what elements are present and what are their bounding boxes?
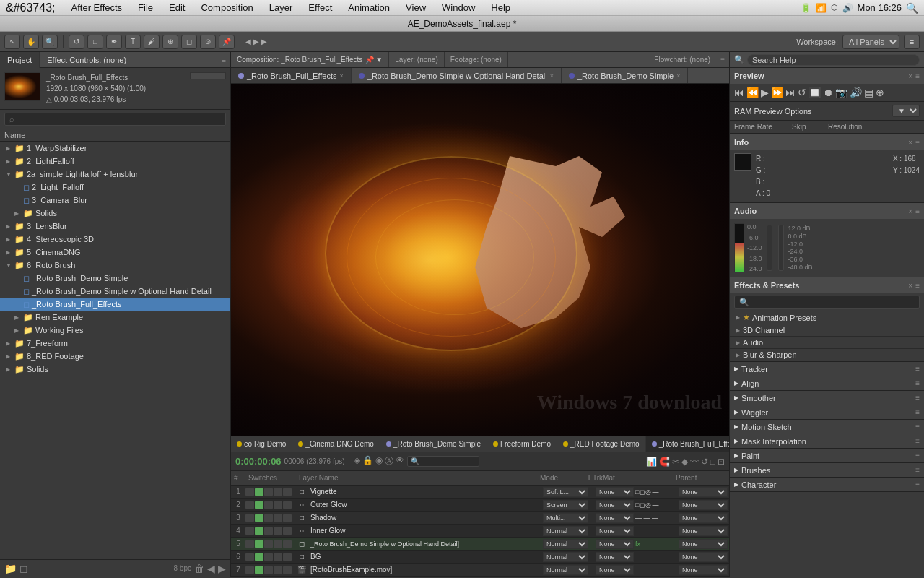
lr-mode-select[interactable]: Screen bbox=[543, 500, 588, 510]
effects-search-input[interactable] bbox=[734, 296, 920, 309]
lr-sw-3[interactable] bbox=[264, 514, 273, 522]
menu-layer[interactable]: Layer bbox=[266, 1, 296, 14]
new-comp-btn[interactable]: ◻ bbox=[19, 563, 28, 574]
lr-3d-sw[interactable]: □ bbox=[635, 488, 639, 496]
tl-tab-eorigdemo[interactable]: eo Rig Demo bbox=[231, 436, 292, 452]
prev-audio-btn[interactable]: 🔊 bbox=[850, 87, 862, 98]
lr-parent-select[interactable]: None bbox=[679, 565, 728, 575]
tree-item-lensblur[interactable]: ▶ 📁 3_LensBlur bbox=[0, 220, 230, 233]
lr-sw-3[interactable] bbox=[264, 527, 273, 535]
lr-mode-select[interactable]: Normal bbox=[543, 552, 588, 562]
audio-menu[interactable]: ≡ bbox=[915, 207, 920, 215]
maskinterp-header[interactable]: ▶ Mask Interpolation ≡ bbox=[730, 434, 924, 449]
tree-item-2asimple[interactable]: ▼ 📁 2a_simple Lightfalloff + lensblur bbox=[0, 168, 230, 181]
lr-trkmat-select[interactable]: None bbox=[596, 526, 634, 536]
info-close[interactable]: × bbox=[908, 139, 912, 147]
lr-sw-4[interactable] bbox=[274, 540, 282, 548]
prev-overlay-btn[interactable]: ⊕ bbox=[876, 87, 884, 98]
info-header[interactable]: Info × ≡ bbox=[730, 134, 924, 150]
wiggler-menu[interactable]: ≡ bbox=[915, 408, 920, 416]
lr-trkmat-select[interactable]: None bbox=[596, 500, 634, 510]
scroll-left[interactable]: ◀ bbox=[207, 563, 215, 574]
paint-menu[interactable]: ≡ bbox=[915, 452, 920, 460]
lr-parent-select[interactable]: None bbox=[679, 526, 728, 536]
tl-ae-btn[interactable]: Ⓐ bbox=[385, 455, 393, 467]
tl-motion-btn[interactable]: 〰 bbox=[690, 457, 699, 467]
tl-tab-cinemadng[interactable]: _Cinema DNG Demo bbox=[292, 436, 380, 452]
lr-sw-a[interactable]: □ bbox=[635, 501, 639, 509]
lr-motion-sw[interactable]: ◻ bbox=[640, 488, 645, 496]
preview-header[interactable]: Preview × ≡ bbox=[730, 68, 924, 84]
comp-panel-menu[interactable]: ≡ bbox=[716, 52, 729, 67]
lr-sw-1[interactable] bbox=[245, 540, 254, 548]
smoother-header[interactable]: ▶ Smoother ≡ bbox=[730, 391, 924, 405]
tl-loop-btn[interactable]: ↺ bbox=[701, 457, 708, 467]
ram-preview-select[interactable]: ▼ bbox=[892, 105, 920, 117]
toolbar-select-tool[interactable]: ↖ bbox=[4, 35, 20, 49]
menu-composition[interactable]: Composition bbox=[198, 1, 256, 14]
lr-sw-4[interactable] bbox=[274, 566, 282, 574]
spotlight-icon[interactable]: 🔍 bbox=[906, 2, 918, 14]
lr-sw-3[interactable] bbox=[264, 566, 273, 574]
lr-trkmat-select[interactable]: None bbox=[596, 539, 634, 549]
tl-snap-btn[interactable]: 🧲 bbox=[659, 457, 670, 467]
lr-sw-5[interactable] bbox=[283, 527, 292, 535]
tl-tab-rotosimple[interactable]: _Roto Brush_Demo Simple bbox=[380, 436, 487, 452]
tree-item-rotofull[interactable]: ◻ _Roto Brush_Full_Effects bbox=[0, 298, 230, 311]
tl-solo-btn[interactable]: ◈ bbox=[354, 455, 360, 467]
brushes-menu[interactable]: ≡ bbox=[915, 466, 920, 474]
tl-tab-rotofull[interactable]: _Roto Brush_Full_Effects bbox=[646, 436, 729, 452]
align-header[interactable]: ▶ Align ≡ bbox=[730, 376, 924, 391]
prev-last-btn[interactable]: ⏭ bbox=[785, 87, 796, 98]
tl-tab-red[interactable]: _RED Footage Demo bbox=[557, 436, 646, 452]
toolbar-shape-tool[interactable]: □ bbox=[87, 35, 103, 49]
audio-close[interactable]: × bbox=[908, 207, 912, 215]
lr-parent-select[interactable]: None bbox=[679, 500, 728, 510]
lr-mode-select[interactable]: Normal bbox=[543, 526, 588, 536]
prev-back-btn[interactable]: ⏪ bbox=[746, 87, 759, 98]
menu-view[interactable]: View bbox=[403, 1, 429, 14]
comp-tab-close[interactable]: × bbox=[340, 72, 344, 79]
comp-tab-close[interactable]: × bbox=[676, 72, 680, 79]
toolbar-hand-tool[interactable]: ✋ bbox=[23, 35, 39, 49]
prev-record-btn[interactable]: ⏺ bbox=[823, 87, 833, 98]
tl-trim-btn[interactable]: ✂ bbox=[672, 457, 679, 467]
scroll-right[interactable]: ▶ bbox=[218, 563, 226, 574]
lr-audio-sw[interactable] bbox=[264, 488, 273, 496]
lr-sw-5[interactable] bbox=[283, 553, 292, 561]
delete-btn[interactable]: 🗑 bbox=[194, 563, 204, 574]
lr-sw-1[interactable] bbox=[245, 566, 254, 574]
preview-panel-close[interactable]: × bbox=[908, 72, 912, 80]
tracker-header[interactable]: ▶ Tracker ≡ bbox=[730, 362, 924, 376]
tree-item-cinemadng[interactable]: ▶ 📁 5_CinemaDNG bbox=[0, 246, 230, 259]
tree-item-rotobrush[interactable]: ▼ 📁 6_Roto Brush bbox=[0, 259, 230, 272]
lr-lock-sw[interactable] bbox=[283, 488, 292, 496]
menu-effect[interactable]: Effect bbox=[305, 1, 335, 14]
lr-sw-b[interactable]: ◻ bbox=[640, 501, 645, 509]
tl-lock-btn[interactable]: 🔒 bbox=[362, 455, 373, 467]
tree-item-rotosimple[interactable]: ◻ _Roto Brush_Demo Simple bbox=[0, 272, 230, 285]
tree-item-ren[interactable]: ▶ 📁 Ren Example bbox=[0, 311, 230, 324]
lr-sw-2[interactable] bbox=[255, 540, 263, 548]
lr-sw-2[interactable] bbox=[255, 501, 263, 509]
lr-sw-5[interactable] bbox=[283, 514, 292, 522]
workspace-select[interactable]: All Panels bbox=[842, 35, 899, 49]
tree-item-red[interactable]: ▶ 📁 8_RED Footage bbox=[0, 350, 230, 363]
lr-parent-select[interactable]: None bbox=[679, 487, 728, 497]
apple-menu[interactable]: &#63743; bbox=[6, 1, 56, 14]
menu-edit[interactable]: Edit bbox=[166, 1, 188, 14]
lr-mode-select[interactable]: Multi... bbox=[543, 513, 588, 523]
search-help-input[interactable] bbox=[747, 54, 920, 66]
lr-sw-4[interactable] bbox=[274, 553, 282, 561]
lr-sw-5[interactable] bbox=[283, 540, 292, 548]
toolbar-roto-tool[interactable]: ⊙ bbox=[200, 35, 216, 49]
effects-header[interactable]: Effects & Presets × ≡ bbox=[730, 277, 924, 293]
lr-video-sw[interactable] bbox=[255, 488, 263, 496]
lr-sw-c[interactable]: ◎ bbox=[645, 501, 651, 509]
lr-sw-3[interactable] bbox=[264, 553, 273, 561]
wiggler-header[interactable]: ▶ Wiggler ≡ bbox=[730, 405, 924, 420]
lr-trkmat-select[interactable]: None bbox=[596, 552, 634, 562]
lr-parent-select[interactable]: None bbox=[679, 513, 728, 523]
eff-item-audio[interactable]: ▶ Audio bbox=[730, 337, 924, 349]
lr-parent-select[interactable]: None bbox=[679, 539, 728, 549]
